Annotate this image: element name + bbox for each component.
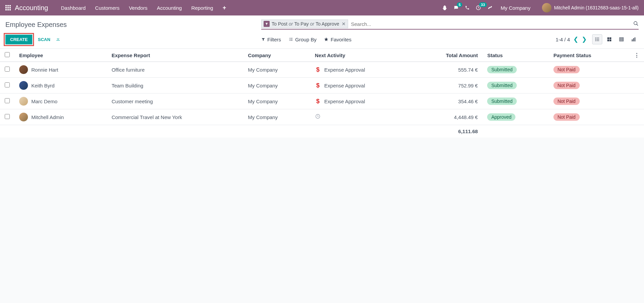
row-checkbox[interactable] bbox=[5, 82, 10, 87]
expense-table: Employee Expense Report Company Next Act… bbox=[0, 49, 644, 138]
total-row: 6,111.68 bbox=[0, 125, 644, 138]
nav-customers[interactable]: Customers bbox=[95, 5, 120, 11]
company-cell: My Company bbox=[243, 93, 310, 109]
filters-button[interactable]: Filters bbox=[261, 37, 281, 42]
filter-part-1: To Post bbox=[272, 21, 287, 27]
view-kanban-icon[interactable] bbox=[604, 34, 614, 44]
payment-badge: Not Paid bbox=[553, 82, 580, 89]
nav-add[interactable]: + bbox=[223, 4, 226, 11]
header-amount[interactable]: Total Amount bbox=[412, 49, 482, 62]
status-badge: Approved bbox=[487, 113, 515, 121]
amount-cell: 354.46 € bbox=[412, 93, 482, 109]
view-switcher bbox=[592, 34, 639, 44]
filter-icon bbox=[264, 21, 270, 27]
filter-or-2: or bbox=[310, 21, 314, 27]
svg-rect-19 bbox=[597, 38, 599, 38]
chat-icon[interactable]: 5 bbox=[453, 5, 459, 10]
table-row[interactable]: Keith ByrdTeam BuildingMy Company$Expens… bbox=[0, 78, 644, 93]
user-name: Mitchell Admin (16312683-saas-15-1-all) bbox=[554, 5, 639, 10]
user-avatar-icon bbox=[542, 3, 551, 12]
download-icon[interactable] bbox=[56, 36, 61, 42]
search-icon[interactable] bbox=[633, 21, 639, 27]
row-checkbox[interactable] bbox=[5, 114, 10, 119]
svg-rect-21 bbox=[597, 39, 599, 39]
amount-cell: 555.74 € bbox=[412, 62, 482, 78]
employee-name: Mitchell Admin bbox=[31, 114, 64, 120]
control-panel: Employee Expenses To Post or To Pay or T… bbox=[0, 15, 644, 49]
report-cell: Team Building bbox=[107, 78, 243, 93]
user-menu[interactable]: Mitchell Admin (16312683-saas-15-1-all) bbox=[542, 3, 639, 12]
pager-next-icon[interactable]: ❯ bbox=[582, 36, 587, 43]
view-pivot-icon[interactable] bbox=[616, 34, 626, 44]
svg-rect-24 bbox=[607, 37, 609, 39]
tools-icon[interactable] bbox=[487, 5, 493, 10]
dollar-icon: $ bbox=[315, 98, 321, 105]
column-options-icon[interactable]: ⋮ bbox=[634, 52, 639, 58]
svg-line-11 bbox=[637, 24, 638, 26]
svg-rect-7 bbox=[7, 9, 9, 10]
row-checkbox[interactable] bbox=[5, 67, 10, 72]
status-badge: Submitted bbox=[487, 98, 516, 105]
app-brand[interactable]: Accounting bbox=[15, 4, 48, 12]
table-row[interactable]: Marc DemoCustomer meetingMy Company$Expe… bbox=[0, 93, 644, 109]
favorites-button[interactable]: Favorites bbox=[324, 37, 351, 42]
navbar-right: 5 33 My Company Mitchell Admin (16312683… bbox=[442, 3, 639, 12]
create-button[interactable]: CREATE bbox=[5, 35, 32, 44]
view-graph-icon[interactable] bbox=[629, 34, 639, 44]
filter-remove-icon[interactable]: ✕ bbox=[342, 21, 346, 27]
filter-part-3: To Approve bbox=[315, 21, 339, 27]
svg-rect-15 bbox=[290, 39, 293, 40]
view-list-icon[interactable] bbox=[592, 34, 602, 44]
svg-point-20 bbox=[595, 39, 596, 40]
employee-name: Ronnie Hart bbox=[31, 67, 58, 73]
groupby-button[interactable]: Group By bbox=[289, 37, 316, 42]
amount-cell: 4,448.49 € bbox=[412, 109, 482, 125]
filter-chip[interactable]: To Post or To Pay or To Approve ✕ bbox=[261, 20, 348, 28]
table-row[interactable]: Ronnie HartOffice furnitureMy Company$Ex… bbox=[0, 62, 644, 78]
svg-rect-26 bbox=[607, 40, 609, 41]
payment-badge: Not Paid bbox=[553, 98, 580, 105]
header-activity[interactable]: Next Activity bbox=[310, 49, 412, 62]
row-checkbox[interactable] bbox=[5, 98, 10, 103]
pager: 1-4 / 4 ❮ ❯ bbox=[555, 36, 587, 43]
nav-dashboard[interactable]: Dashboard bbox=[61, 5, 86, 11]
svg-rect-16 bbox=[289, 40, 290, 41]
header-report[interactable]: Expense Report bbox=[107, 49, 243, 62]
employee-avatar-icon bbox=[19, 65, 28, 74]
header-payment[interactable]: Payment Status bbox=[549, 49, 630, 62]
company-cell: My Company bbox=[243, 109, 310, 125]
nav-reporting[interactable]: Reporting bbox=[191, 5, 213, 11]
activity-icon[interactable]: 33 bbox=[476, 5, 481, 10]
select-all-checkbox[interactable] bbox=[5, 52, 10, 57]
svg-point-22 bbox=[595, 40, 596, 41]
dollar-icon: $ bbox=[315, 82, 321, 89]
search-input[interactable] bbox=[348, 20, 633, 28]
svg-rect-23 bbox=[597, 41, 599, 41]
company-selector[interactable]: My Company bbox=[501, 5, 530, 11]
scan-button[interactable]: SCAN bbox=[38, 37, 50, 42]
status-badge: Submitted bbox=[487, 82, 516, 89]
apps-icon[interactable] bbox=[5, 5, 11, 10]
pager-prev-icon[interactable]: ❮ bbox=[573, 36, 578, 43]
svg-rect-28 bbox=[619, 38, 623, 41]
header-status[interactable]: Status bbox=[482, 49, 548, 62]
pager-text[interactable]: 1-4 / 4 bbox=[555, 37, 570, 42]
bug-icon[interactable] bbox=[442, 5, 447, 10]
nav-vendors[interactable]: Vendors bbox=[129, 5, 147, 11]
header-company[interactable]: Company bbox=[243, 49, 310, 62]
svg-rect-12 bbox=[289, 38, 290, 38]
clock-icon bbox=[315, 114, 321, 121]
svg-rect-4 bbox=[7, 7, 9, 8]
filters-label: Filters bbox=[267, 37, 281, 42]
svg-rect-34 bbox=[633, 38, 634, 41]
filter-part-2: To Pay bbox=[294, 21, 309, 27]
table-row[interactable]: Mitchell AdminCommercial Travel at New Y… bbox=[0, 109, 644, 125]
groupby-label: Group By bbox=[295, 37, 316, 42]
phone-icon[interactable] bbox=[465, 5, 470, 10]
header-employee[interactable]: Employee bbox=[14, 49, 107, 62]
activity-badge: 33 bbox=[479, 2, 486, 7]
svg-rect-1 bbox=[7, 5, 9, 6]
nav-accounting[interactable]: Accounting bbox=[157, 5, 182, 11]
report-cell: Customer meeting bbox=[107, 93, 243, 109]
filter-or-1: or bbox=[289, 21, 293, 27]
